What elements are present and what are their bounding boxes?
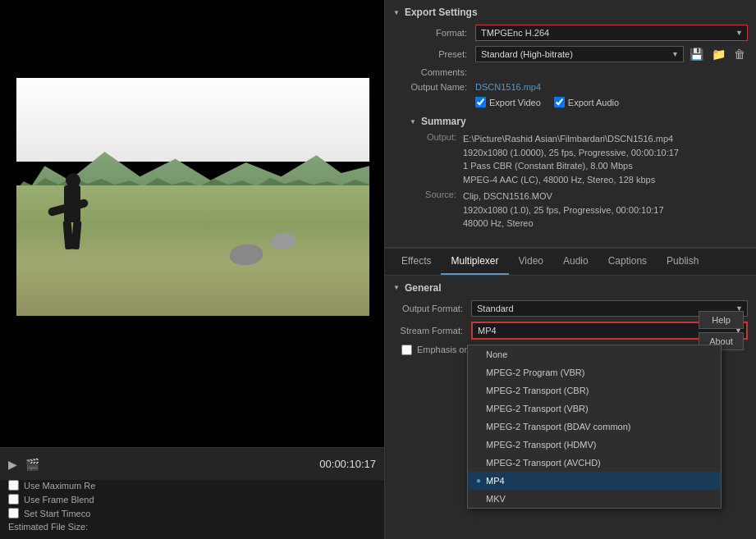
sky-bg (16, 78, 369, 162)
output-name-row: Output Name: DSCN1516.mp4 (393, 82, 748, 92)
summary-output-label: Output: (418, 132, 463, 186)
export-settings-title: Export Settings (405, 7, 478, 18)
preset-select[interactable]: Standard (High-bitrate) (475, 46, 684, 62)
use-max-row: Use Maximum Re (8, 480, 376, 491)
stream-format-dropdown: None MPEG-2 Program (VBR) MPEG-2 Transpo… (467, 345, 722, 509)
export-video-label: Export Video (489, 98, 541, 107)
dropdown-mpeg2-transport-avchd[interactable]: MPEG-2 Transport (AVCHD) (468, 454, 721, 472)
est-file-label: Estimated File Size: (8, 522, 88, 532)
tab-video[interactable]: Video (509, 249, 553, 275)
stream-format-label: Stream Format: (393, 326, 471, 336)
dropdown-mpeg2-transport-hdmv[interactable]: MPEG-2 Transport (HDMV) (468, 436, 721, 454)
use-max-checkbox[interactable] (8, 480, 19, 491)
summary-source-label: Source: (418, 190, 463, 231)
general-title: General (405, 282, 442, 294)
export-audio-item: Export Audio (554, 97, 619, 107)
summary-header: ▼ Summary (401, 116, 740, 127)
summary-section: ▼ Summary Output: E:\Picture\Rashid Asia… (393, 112, 748, 240)
timeline-timecode: 00:00:10:17 (319, 458, 376, 470)
general-collapse-icon[interactable]: ▼ (393, 284, 400, 291)
tab-captions[interactable]: Captions (598, 249, 657, 275)
dropdown-mpeg2-transport-bdav[interactable]: MPEG-2 Transport (BDAV common) (468, 418, 721, 436)
emphasis-checkbox[interactable] (401, 345, 412, 355)
general-header: ▼ General (393, 282, 748, 294)
set-start-checkbox[interactable] (8, 508, 19, 518)
use-frame-checkbox[interactable] (8, 494, 19, 505)
est-file-row: Estimated File Size: (8, 522, 376, 535)
set-start-row: Set Start Timeco (8, 508, 376, 518)
tab-publish[interactable]: Publish (657, 249, 708, 275)
folder-icon[interactable]: 📁 (709, 47, 728, 62)
rock2 (271, 233, 296, 249)
bottom-options: Use Maximum Re Use Frame Blend Set Start… (0, 480, 384, 539)
use-frame-row: Use Frame Blend (8, 494, 376, 505)
dropdown-mpeg2-program-vbr[interactable]: MPEG-2 Program (VBR) (468, 363, 721, 381)
output-name-value[interactable]: DSCN1516.mp4 (475, 82, 541, 92)
use-frame-label: Use Frame Blend (24, 495, 94, 505)
delete-preset-icon[interactable]: 🗑 (731, 47, 748, 62)
export-settings-header: ▼ Export Settings (393, 7, 748, 18)
timeline-bar: ▶ 🎬 00:00:10:17 (0, 447, 384, 480)
set-start-label: Set Start Timeco (24, 509, 90, 518)
format-select[interactable]: TMPGEnc H.264 (475, 25, 748, 41)
output-format-label: Output Format: (393, 304, 471, 313)
help-button[interactable]: Help (699, 311, 744, 329)
preset-row: Preset: Standard (High-bitrate) 💾 📁 🗑 (393, 46, 748, 62)
video-frame (16, 78, 369, 316)
collapse-icon[interactable]: ▼ (393, 9, 400, 16)
summary-output-row: Output: E:\Picture\Rashid Asian\Filmbard… (401, 132, 740, 186)
right-panel: ▼ Export Settings Format: TMPGEnc H.264 … (384, 0, 756, 539)
use-max-label: Use Maximum Re (24, 481, 95, 491)
summary-source-value: Clip, DSCN1516.MOV 1920x1080 (1.0), 25 f… (463, 190, 740, 231)
preset-label: Preset: (401, 49, 475, 59)
comments-row: Comments: (393, 67, 748, 77)
preset-select-wrapper: Standard (High-bitrate) (475, 46, 684, 62)
person-body (64, 185, 80, 222)
export-audio-checkbox[interactable] (554, 97, 565, 107)
dropdown-mkv[interactable]: MKV (468, 490, 721, 508)
summary-title: Summary (421, 116, 466, 127)
format-row: Format: TMPGEnc H.264 (393, 25, 748, 41)
clip-icon: 🎬 (25, 458, 39, 471)
video-preview (0, 0, 384, 447)
left-panel: ▶ 🎬 00:00:10:17 Use Maximum Re Use Frame… (0, 0, 384, 539)
summary-collapse-icon[interactable]: ▼ (410, 118, 416, 126)
summary-output-value: E:\Picture\Rashid Asian\Filmbardari\DSCN… (463, 132, 740, 186)
dropdown-mpeg2-transport-cbr[interactable]: MPEG-2 Transport (CBR) (468, 381, 721, 400)
dropdown-mpeg2-transport-vbr[interactable]: MPEG-2 Transport (VBR) (468, 400, 721, 418)
tab-audio[interactable]: Audio (553, 249, 598, 275)
format-select-wrapper: TMPGEnc H.264 (475, 25, 748, 41)
preset-icons: 💾 📁 🗑 (687, 47, 748, 62)
comments-label: Comments: (401, 67, 475, 77)
tab-multiplexer[interactable]: Multiplexer (441, 249, 508, 275)
general-section: ▼ General Output Format: Standard Stream… (385, 276, 756, 540)
person-leg-right (71, 221, 81, 250)
rock1 (230, 244, 263, 265)
output-format-row: Output Format: Standard (393, 300, 748, 317)
export-video-checkbox[interactable] (475, 97, 486, 107)
tabs-bar: Effects Multiplexer Video Audio Captions… (385, 248, 756, 276)
save-preset-icon[interactable]: 💾 (687, 47, 706, 62)
export-settings-section: ▼ Export Settings Format: TMPGEnc H.264 … (385, 0, 756, 248)
stream-format-row: Stream Format: MP4 None MPEG-2 Program (… (393, 322, 748, 340)
dropdown-none[interactable]: None (468, 345, 721, 363)
export-checks: Export Video Export Audio (393, 97, 748, 107)
format-label: Format: (401, 28, 475, 38)
export-audio-label: Export Audio (568, 98, 619, 107)
person-silhouette (57, 173, 86, 255)
summary-source-row: Source: Clip, DSCN1516.MOV 1920x1080 (1.… (401, 190, 740, 231)
dropdown-mp4[interactable]: MP4 (468, 472, 721, 490)
tab-effects[interactable]: Effects (392, 249, 441, 275)
output-name-label: Output Name: (401, 82, 475, 92)
play-button[interactable]: ▶ (8, 458, 17, 471)
export-video-item: Export Video (475, 97, 541, 107)
